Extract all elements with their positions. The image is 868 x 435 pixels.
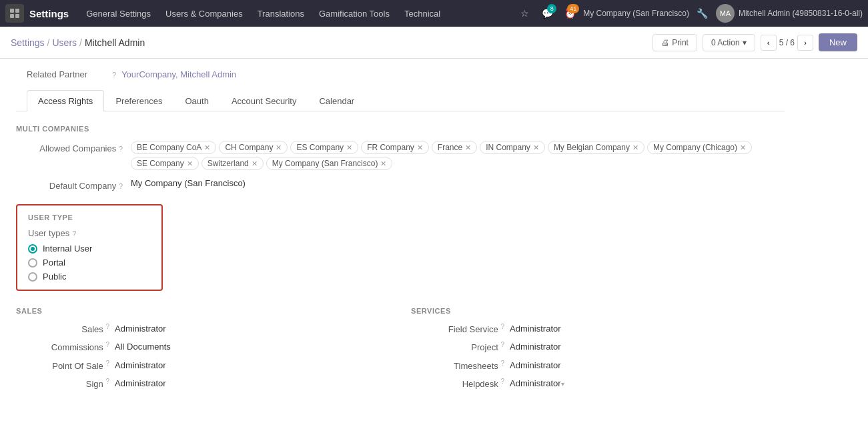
company-tag-remove[interactable]: ✕ [380, 159, 386, 168]
services-field-value: Administrator [510, 324, 785, 334]
user-types-label: User types ? [28, 228, 151, 238]
tags-container: BE Company CoA✕CH Company✕ES Company✕FR … [131, 141, 785, 170]
company-tag-remove[interactable]: ✕ [417, 143, 423, 152]
company-tag: FR Company✕ [361, 141, 429, 154]
app-grid-icon[interactable] [5, 4, 24, 23]
star-icon-btn[interactable]: ☆ [515, 4, 534, 23]
allowed-companies-value: BE Company CoA✕CH Company✕ES Company✕FR … [131, 141, 785, 170]
chat-badge: 8 [547, 4, 556, 13]
company-tag-remove[interactable]: ✕ [187, 159, 193, 168]
company-tag: My Company (San Francisco)✕ [266, 157, 393, 170]
tab-account-security[interactable]: Account Security [220, 90, 308, 111]
company-tag-label: CH Company [225, 143, 273, 152]
dropdown-arrow-icon[interactable]: ▾ [561, 380, 564, 388]
next-page-button[interactable]: › [797, 35, 813, 51]
company-tag-remove[interactable]: ✕ [252, 159, 258, 168]
user-type-box: USER TYPE User types ? Internal User Por… [16, 204, 163, 291]
services-header: SERVICES [411, 307, 785, 315]
company-tag-label: My Belgian Company [554, 143, 630, 152]
sales-field-value: Administrator [115, 324, 390, 334]
company-name: My Company (San Francisco) [583, 9, 689, 18]
form-container: Related Partner ? YourCompany, Mitchell … [0, 59, 801, 412]
sales-field-label: Sign ? [16, 378, 109, 389]
company-tag: France✕ [432, 141, 477, 154]
sales-field-label: Point Of Sale ? [16, 360, 109, 371]
allowed-companies-row: Allowed Companies ? BE Company CoA✕CH Co… [16, 141, 785, 170]
user-type-option[interactable]: Internal User [28, 244, 151, 254]
tab-preferences[interactable]: Preferences [104, 90, 173, 111]
menu-technical[interactable]: Technical [398, 6, 447, 21]
company-tag-label: Switzerland [207, 159, 249, 168]
breadcrumb-bar: Settings / Users / Mitchell Admin 🖨 Prin… [0, 27, 868, 59]
company-tag: ES Company✕ [290, 141, 358, 154]
company-tag-label: BE Company CoA [137, 143, 201, 152]
services-field-value: Administrator [510, 342, 785, 352]
breadcrumb-actions: 🖨 Print 0 Action ▾ ‹ 5 / 6 › New [653, 33, 857, 51]
company-tag: My Belgian Company✕ [548, 141, 644, 154]
radio-dot [28, 272, 37, 282]
menu-users-companies[interactable]: Users & Companies [159, 6, 250, 21]
sales-field-value: Administrator [115, 378, 390, 388]
user-types-help-icon[interactable]: ? [72, 230, 76, 238]
allowed-companies-label: Allowed Companies ? [16, 141, 123, 153]
sales-field-row: Sales ? Administrator [16, 323, 390, 334]
tab-calendar[interactable]: Calendar [308, 90, 366, 111]
new-button[interactable]: New [819, 33, 857, 51]
username-label: Mitchell Admin (49850831-16-0-all) [739, 9, 863, 18]
company-tag-remove[interactable]: ✕ [465, 143, 471, 152]
related-partner-help-icon[interactable]: ? [112, 71, 116, 79]
services-field-value: Administrator [510, 360, 785, 370]
company-tag: Switzerland✕ [201, 157, 264, 170]
services-field-row: Helpdesk ? Administrator▾ [411, 378, 785, 389]
company-tag-label: IN Company [486, 143, 530, 152]
default-company-help-icon[interactable]: ? [119, 182, 123, 190]
services-field-label: Field Service ? [411, 323, 504, 334]
action-button[interactable]: 0 Action ▾ [703, 34, 755, 51]
company-tag-label: My Company (Chicago) [653, 143, 737, 152]
related-partner-row: Related Partner ? YourCompany, Mitchell … [16, 69, 785, 79]
print-label: Print [672, 38, 689, 47]
company-tag-remove[interactable]: ✕ [632, 143, 638, 152]
company-tag: My Company (Chicago)✕ [647, 141, 752, 154]
menu-gamification[interactable]: Gamification Tools [312, 6, 396, 21]
sales-field-label: Commissions ? [16, 341, 109, 352]
company-tag-remove[interactable]: ✕ [276, 143, 282, 152]
company-tag-remove[interactable]: ✕ [740, 143, 746, 152]
user-type-option[interactable]: Public [28, 272, 151, 282]
company-tag-remove[interactable]: ✕ [346, 143, 352, 152]
company-tag-label: FR Company [367, 143, 414, 152]
company-tag-remove[interactable]: ✕ [533, 143, 539, 152]
tab-oauth[interactable]: Oauth [173, 90, 220, 111]
wrench-icon-btn[interactable]: 🔧 [693, 4, 712, 23]
radio-dot [28, 244, 37, 254]
print-icon: 🖨 [661, 38, 669, 47]
svg-rect-1 [15, 9, 19, 13]
print-button[interactable]: 🖨 Print [653, 34, 697, 51]
tabs-container: Access Rights Preferences Oauth Account … [16, 90, 785, 111]
user-type-option[interactable]: Portal [28, 258, 151, 268]
clock-icon-btn[interactable]: ⏰ 41 [560, 4, 579, 23]
top-navigation: Settings General Settings Users & Compan… [0, 0, 868, 27]
sales-header: SALES [16, 307, 390, 315]
services-field-label: Timesheets ? [411, 360, 504, 371]
company-tag-remove[interactable]: ✕ [204, 143, 210, 152]
prev-page-button[interactable]: ‹ [761, 35, 777, 51]
breadcrumb-settings[interactable]: Settings [11, 37, 45, 48]
page-count: 5 / 6 [779, 38, 795, 47]
radio-label: Public [43, 272, 66, 282]
menu-general-settings[interactable]: General Settings [79, 6, 157, 21]
related-partner-value[interactable]: YourCompany, Mitchell Admin [121, 69, 236, 79]
discuss-icon-btn[interactable]: 💬 8 [538, 4, 556, 23]
breadcrumb-users[interactable]: Users [52, 37, 77, 48]
pagination: ‹ 5 / 6 › [761, 35, 813, 51]
user-type-header: USER TYPE [28, 213, 151, 222]
user-avatar[interactable]: MA [716, 4, 735, 23]
menu-translations[interactable]: Translations [251, 6, 311, 21]
tab-access-rights[interactable]: Access Rights [27, 90, 104, 111]
breadcrumb-sep-2: / [79, 37, 82, 48]
allowed-companies-help-icon[interactable]: ? [119, 145, 123, 153]
breadcrumb-sep-1: / [47, 37, 50, 48]
sales-field-value: Administrator [115, 360, 390, 370]
user-type-radio-group: Internal User Portal Public [28, 244, 151, 282]
sales-field-label: Sales ? [16, 323, 109, 334]
